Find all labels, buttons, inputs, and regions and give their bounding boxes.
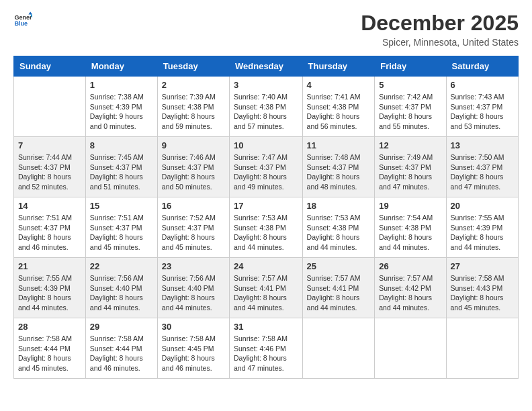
cell-date-number: 20 bbox=[451, 201, 514, 211]
calendar-table: SundayMondayTuesdayWednesdayThursdayFrid… bbox=[13, 56, 519, 379]
header-monday: Monday bbox=[85, 56, 157, 77]
calendar-cell: 7Sunrise: 7:44 AMSunset: 4:37 PMDaylight… bbox=[14, 137, 86, 197]
calendar-week-row: 1Sunrise: 7:38 AMSunset: 4:39 PMDaylight… bbox=[14, 77, 519, 137]
cell-date-number: 16 bbox=[162, 201, 225, 211]
cell-info: Sunrise: 7:51 AMSunset: 4:37 PMDaylight:… bbox=[90, 213, 153, 253]
cell-date-number: 5 bbox=[379, 80, 441, 90]
cell-info: Sunrise: 7:57 AMSunset: 4:41 PMDaylight:… bbox=[234, 273, 298, 313]
cell-info: Sunrise: 7:41 AMSunset: 4:38 PMDaylight:… bbox=[307, 92, 371, 132]
cell-info: Sunrise: 7:53 AMSunset: 4:38 PMDaylight:… bbox=[234, 213, 298, 253]
cell-info: Sunrise: 7:55 AMSunset: 4:39 PMDaylight:… bbox=[451, 213, 514, 253]
cell-date-number: 29 bbox=[90, 322, 153, 332]
cell-date-number: 24 bbox=[234, 261, 298, 271]
calendar-cell: 8Sunrise: 7:45 AMSunset: 4:37 PMDaylight… bbox=[85, 137, 157, 197]
header-tuesday: Tuesday bbox=[157, 56, 229, 77]
cell-date-number: 4 bbox=[307, 80, 371, 90]
calendar-cell: 23Sunrise: 7:56 AMSunset: 4:40 PMDayligh… bbox=[157, 258, 229, 318]
cell-date-number: 14 bbox=[18, 201, 81, 211]
calendar-cell: 3Sunrise: 7:40 AMSunset: 4:38 PMDaylight… bbox=[230, 77, 303, 137]
calendar-cell: 6Sunrise: 7:43 AMSunset: 4:37 PMDaylight… bbox=[446, 77, 518, 137]
month-title: December 2025 bbox=[361, 11, 519, 36]
calendar-cell: 18Sunrise: 7:53 AMSunset: 4:38 PMDayligh… bbox=[302, 197, 375, 258]
calendar-cell bbox=[14, 77, 86, 137]
cell-date-number: 12 bbox=[379, 140, 441, 150]
svg-text:Blue: Blue bbox=[14, 20, 28, 27]
svg-marker-2 bbox=[28, 11, 32, 14]
svg-text:General: General bbox=[14, 14, 32, 21]
header-saturday: Saturday bbox=[446, 56, 518, 77]
calendar-cell: 14Sunrise: 7:51 AMSunset: 4:37 PMDayligh… bbox=[14, 197, 86, 258]
cell-date-number: 17 bbox=[234, 201, 298, 211]
calendar-cell: 21Sunrise: 7:55 AMSunset: 4:39 PMDayligh… bbox=[14, 258, 86, 318]
cell-info: Sunrise: 7:57 AMSunset: 4:42 PMDaylight:… bbox=[379, 273, 441, 313]
cell-info: Sunrise: 7:53 AMSunset: 4:38 PMDaylight:… bbox=[307, 213, 371, 253]
logo: General Blue bbox=[13, 11, 32, 30]
calendar-week-row: 14Sunrise: 7:51 AMSunset: 4:37 PMDayligh… bbox=[14, 197, 519, 258]
cell-date-number: 25 bbox=[307, 261, 371, 271]
calendar-cell: 22Sunrise: 7:56 AMSunset: 4:40 PMDayligh… bbox=[85, 258, 157, 318]
cell-date-number: 11 bbox=[307, 140, 371, 150]
cell-date-number: 28 bbox=[18, 322, 81, 332]
calendar-week-row: 7Sunrise: 7:44 AMSunset: 4:37 PMDaylight… bbox=[14, 137, 519, 197]
calendar-cell: 26Sunrise: 7:57 AMSunset: 4:42 PMDayligh… bbox=[375, 258, 446, 318]
calendar-cell: 4Sunrise: 7:41 AMSunset: 4:38 PMDaylight… bbox=[302, 77, 375, 137]
cell-info: Sunrise: 7:38 AMSunset: 4:39 PMDaylight:… bbox=[90, 92, 153, 132]
calendar-cell: 28Sunrise: 7:58 AMSunset: 4:44 PMDayligh… bbox=[14, 318, 86, 379]
cell-info: Sunrise: 7:58 AMSunset: 4:46 PMDaylight:… bbox=[234, 334, 298, 373]
cell-info: Sunrise: 7:58 AMSunset: 4:43 PMDaylight:… bbox=[451, 273, 514, 313]
cell-date-number: 31 bbox=[234, 322, 298, 332]
calendar-cell: 5Sunrise: 7:42 AMSunset: 4:37 PMDaylight… bbox=[375, 77, 446, 137]
logo-icon: General Blue bbox=[13, 11, 32, 30]
cell-date-number: 13 bbox=[451, 140, 514, 150]
cell-info: Sunrise: 7:48 AMSunset: 4:37 PMDaylight:… bbox=[307, 152, 371, 192]
cell-date-number: 26 bbox=[379, 261, 441, 271]
calendar-cell: 9Sunrise: 7:46 AMSunset: 4:37 PMDaylight… bbox=[157, 137, 229, 197]
calendar-cell: 11Sunrise: 7:48 AMSunset: 4:37 PMDayligh… bbox=[302, 137, 375, 197]
cell-date-number: 3 bbox=[234, 80, 298, 90]
cell-info: Sunrise: 7:58 AMSunset: 4:45 PMDaylight:… bbox=[162, 334, 225, 373]
calendar-cell: 2Sunrise: 7:39 AMSunset: 4:38 PMDaylight… bbox=[157, 77, 229, 137]
calendar-cell: 19Sunrise: 7:54 AMSunset: 4:38 PMDayligh… bbox=[375, 197, 446, 258]
cell-info: Sunrise: 7:43 AMSunset: 4:37 PMDaylight:… bbox=[451, 92, 514, 132]
cell-date-number: 10 bbox=[234, 140, 298, 150]
cell-info: Sunrise: 7:44 AMSunset: 4:37 PMDaylight:… bbox=[18, 152, 81, 192]
calendar-week-row: 21Sunrise: 7:55 AMSunset: 4:39 PMDayligh… bbox=[14, 258, 519, 318]
cell-date-number: 21 bbox=[18, 261, 81, 271]
cell-info: Sunrise: 7:56 AMSunset: 4:40 PMDaylight:… bbox=[162, 273, 225, 313]
calendar-cell: 13Sunrise: 7:50 AMSunset: 4:37 PMDayligh… bbox=[446, 137, 518, 197]
cell-date-number: 1 bbox=[90, 80, 153, 90]
cell-date-number: 22 bbox=[90, 261, 153, 271]
calendar-cell bbox=[446, 318, 518, 379]
title-area: December 2025 Spicer, Minnesota, United … bbox=[361, 11, 519, 48]
cell-date-number: 23 bbox=[162, 261, 225, 271]
cell-info: Sunrise: 7:58 AMSunset: 4:44 PMDaylight:… bbox=[18, 334, 81, 373]
cell-info: Sunrise: 7:49 AMSunset: 4:37 PMDaylight:… bbox=[379, 152, 441, 192]
cell-date-number: 27 bbox=[451, 261, 514, 271]
calendar-cell: 1Sunrise: 7:38 AMSunset: 4:39 PMDaylight… bbox=[85, 77, 157, 137]
cell-date-number: 18 bbox=[307, 201, 371, 211]
cell-date-number: 6 bbox=[451, 80, 514, 90]
calendar-cell: 25Sunrise: 7:57 AMSunset: 4:41 PMDayligh… bbox=[302, 258, 375, 318]
cell-info: Sunrise: 7:57 AMSunset: 4:41 PMDaylight:… bbox=[307, 273, 371, 313]
cell-date-number: 2 bbox=[162, 80, 225, 90]
cell-info: Sunrise: 7:55 AMSunset: 4:39 PMDaylight:… bbox=[18, 273, 81, 313]
cell-info: Sunrise: 7:50 AMSunset: 4:37 PMDaylight:… bbox=[451, 152, 514, 192]
cell-info: Sunrise: 7:40 AMSunset: 4:38 PMDaylight:… bbox=[234, 92, 298, 132]
calendar-cell: 16Sunrise: 7:52 AMSunset: 4:37 PMDayligh… bbox=[157, 197, 229, 258]
calendar-cell bbox=[375, 318, 446, 379]
calendar-cell: 30Sunrise: 7:58 AMSunset: 4:45 PMDayligh… bbox=[157, 318, 229, 379]
cell-date-number: 8 bbox=[90, 140, 153, 150]
calendar-cell: 17Sunrise: 7:53 AMSunset: 4:38 PMDayligh… bbox=[230, 197, 303, 258]
cell-info: Sunrise: 7:52 AMSunset: 4:37 PMDaylight:… bbox=[162, 213, 225, 253]
cell-info: Sunrise: 7:51 AMSunset: 4:37 PMDaylight:… bbox=[18, 213, 81, 253]
calendar-cell: 12Sunrise: 7:49 AMSunset: 4:37 PMDayligh… bbox=[375, 137, 446, 197]
page-header: General Blue December 2025 Spicer, Minne… bbox=[13, 11, 519, 48]
cell-info: Sunrise: 7:47 AMSunset: 4:37 PMDaylight:… bbox=[234, 152, 298, 192]
cell-info: Sunrise: 7:54 AMSunset: 4:38 PMDaylight:… bbox=[379, 213, 441, 253]
cell-date-number: 9 bbox=[162, 140, 225, 150]
cell-info: Sunrise: 7:42 AMSunset: 4:37 PMDaylight:… bbox=[379, 92, 441, 132]
cell-date-number: 15 bbox=[90, 201, 153, 211]
calendar-cell: 24Sunrise: 7:57 AMSunset: 4:41 PMDayligh… bbox=[230, 258, 303, 318]
location: Spicer, Minnesota, United States bbox=[361, 37, 519, 48]
cell-date-number: 19 bbox=[379, 201, 441, 211]
